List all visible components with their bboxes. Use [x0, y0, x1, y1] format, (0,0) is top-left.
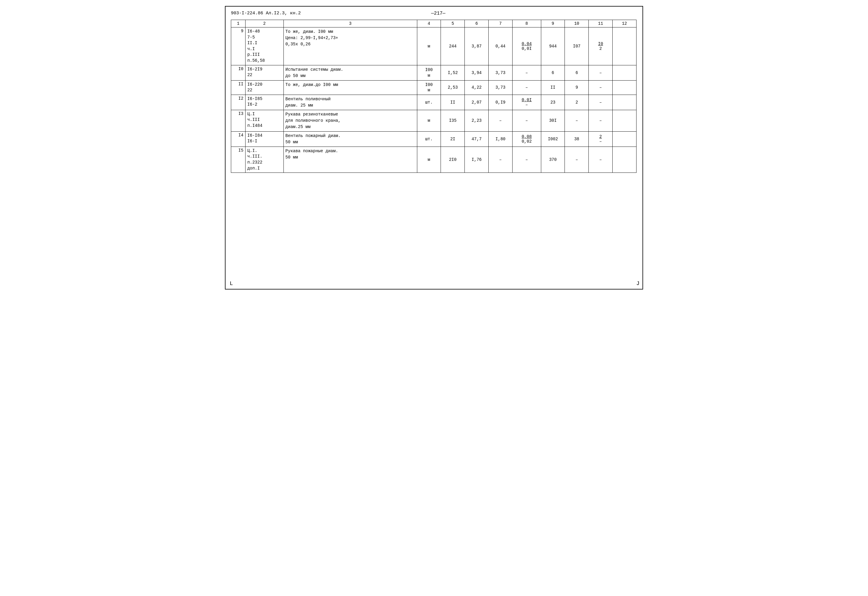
row-col5-11: 2,53 [441, 80, 465, 94]
row-ref-14: I6-I84I6-I [245, 131, 284, 146]
row-col8-11: – [512, 80, 541, 94]
row-unit-12: шт. [417, 94, 441, 110]
row-ref-11: I6-22022 [245, 80, 284, 94]
row-col9-14: I002 [541, 131, 565, 146]
col-header-3: 3 [284, 20, 417, 28]
col-header-2: 2 [245, 20, 284, 28]
row-col6-11: 4,22 [465, 80, 489, 94]
row-col8-13: – [512, 110, 541, 131]
row-col10-14: 38 [565, 131, 589, 146]
row-unit-14: шт. [417, 131, 441, 146]
row-col10-12: 2 [565, 94, 589, 110]
row-col10-11: 9 [565, 80, 589, 94]
row-ref-15: Ц.I.ч.III.п.2322доп.I [245, 146, 284, 173]
row-col11-13: – [589, 110, 613, 131]
row-col8-14: 0,08 0,02 [512, 131, 541, 146]
row-col6-9: 3,87 [465, 28, 489, 65]
row-col5-13: I35 [441, 110, 465, 131]
row-col12-14 [613, 131, 636, 146]
row-col9-11: II [541, 80, 565, 94]
row-ref-13: Ц.Iч.IIIп.I484 [245, 110, 284, 131]
row-desc-14: Вентиль пожарный диам.50 мм [284, 131, 417, 146]
row-col12-10 [613, 65, 636, 80]
row-desc-15: Рукава пожарные диам.50 мм [284, 146, 417, 173]
col-header-8: 8 [512, 20, 541, 28]
col-header-4: 4 [417, 20, 441, 28]
row-desc-13: Рукава резинотканевыедля поливочного кра… [284, 110, 417, 131]
col-header-1: 1 [231, 20, 245, 28]
row-col5-9: 244 [441, 28, 465, 65]
row-unit-15: м [417, 146, 441, 173]
row-col12-9 [613, 28, 636, 65]
row-col11-14: 2 – [589, 131, 613, 146]
table-row: I3 Ц.Iч.IIIп.I484 Рукава резинотканевыед… [231, 110, 636, 131]
col-header-11: 11 [589, 20, 613, 28]
row-col8-10: – [512, 65, 541, 80]
row-col10-10: 6 [565, 65, 589, 80]
table-header-row: 1 2 3 4 5 6 7 8 9 10 11 12 [231, 20, 636, 28]
row-ref-10: I6-2I922 [245, 65, 284, 80]
corner-bottom-left: L [230, 280, 233, 286]
row-col9-13: 30I [541, 110, 565, 131]
table-row: I0 I6-2I922 Испытание системы диам.до 50… [231, 65, 636, 80]
row-ref-9: I6-487-5II.Iч.Iр.IIIп.56,58 [245, 28, 284, 65]
row-col9-15: 370 [541, 146, 565, 173]
row-desc-11: То же, диам.до I00 мм [284, 80, 417, 94]
row-col12-11 [613, 80, 636, 94]
row-col11-10: – [589, 65, 613, 80]
row-col11-15: – [589, 146, 613, 173]
row-col5-12: II [441, 94, 465, 110]
row-col5-10: I,52 [441, 65, 465, 80]
row-num-14: I4 [231, 131, 245, 146]
row-col12-12 [613, 94, 636, 110]
table-row: I5 Ц.I.ч.III.п.2322доп.I Рукава пожарные… [231, 146, 636, 173]
col-header-10: 10 [565, 20, 589, 28]
row-num-11: II [231, 80, 245, 94]
row-col6-10: 3,94 [465, 65, 489, 80]
table-row: II I6-22022 То же, диам.до I00 мм I00м 2… [231, 80, 636, 94]
row-col11-11: – [589, 80, 613, 94]
row-col6-14: 47,7 [465, 131, 489, 146]
row-col6-13: 2,23 [465, 110, 489, 131]
row-col7-10: 3,73 [489, 65, 513, 80]
table-row: I4 I6-I84I6-I Вентиль пожарный диам.50 м… [231, 131, 636, 146]
row-col7-13: – [489, 110, 513, 131]
row-desc-10: Испытание системы диам.до 50 мм [284, 65, 417, 80]
row-col8-9: 0,04 0,0I [512, 28, 541, 65]
table-row: I2 I6-I85I6-2 Вентиль поливочныйдиам. 25… [231, 94, 636, 110]
row-col9-9: 944 [541, 28, 565, 65]
row-num-13: I3 [231, 110, 245, 131]
col-header-6: 6 [465, 20, 489, 28]
row-col9-12: 23 [541, 94, 565, 110]
row-num-9: 9 [231, 28, 245, 65]
col-header-7: 7 [489, 20, 513, 28]
row-col8-15: – [512, 146, 541, 173]
row-col7-14: I,80 [489, 131, 513, 146]
row-ref-12: I6-I85I6-2 [245, 94, 284, 110]
col-header-9: 9 [541, 20, 565, 28]
page-header: 903-I-224.86 Ал.I2.3, кн.2 —217— [231, 10, 636, 17]
row-col12-15 [613, 146, 636, 173]
col-header-5: 5 [441, 20, 465, 28]
row-unit-10: I00м [417, 65, 441, 80]
row-col12-13 [613, 110, 636, 131]
row-num-12: I2 [231, 94, 245, 110]
row-col7-9: 0,44 [489, 28, 513, 65]
row-col6-12: 2,07 [465, 94, 489, 110]
row-col5-15: 2I0 [441, 146, 465, 173]
row-col10-9: I07 [565, 28, 589, 65]
row-col6-15: I,76 [465, 146, 489, 173]
row-desc-12: Вентиль поливочныйдиам. 25 мм [284, 94, 417, 110]
col-header-12: 12 [613, 20, 636, 28]
row-unit-13: м [417, 110, 441, 131]
row-col7-15: – [489, 146, 513, 173]
row-col5-14: 2I [441, 131, 465, 146]
row-num-15: I5 [231, 146, 245, 173]
page-container: 903-I-224.86 Ал.I2.3, кн.2 —217— 1 2 3 4… [225, 6, 643, 289]
row-col11-12: – [589, 94, 613, 110]
table-row: 9 I6-487-5II.Iч.Iр.IIIп.56,58 То же, диа… [231, 28, 636, 65]
row-col9-10: 6 [541, 65, 565, 80]
row-col10-15: – [565, 146, 589, 173]
row-desc-9: То же, диам. I00 мм Цена: 2,99-I,94+2,73… [284, 28, 417, 65]
row-col8-12: 0,0I– [512, 94, 541, 110]
